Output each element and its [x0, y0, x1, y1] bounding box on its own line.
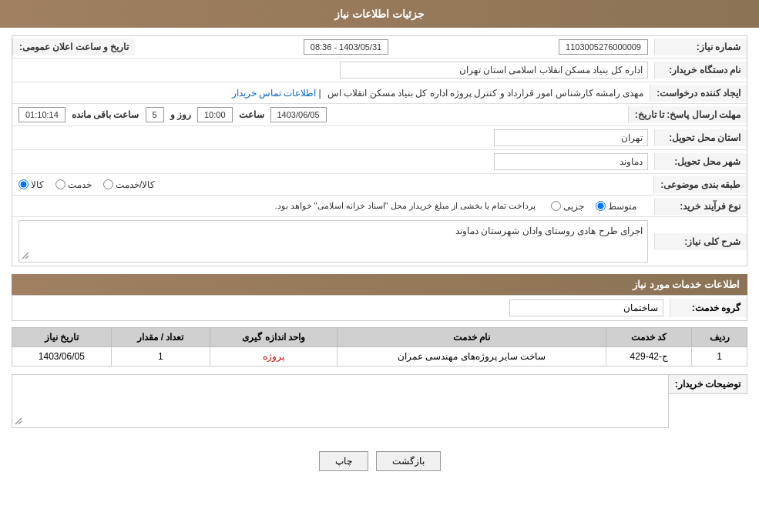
deadline-remaining-label: ساعت باقی مانده	[72, 109, 139, 120]
back-button[interactable]: بازگشت	[376, 451, 441, 471]
deadline-days-label: روز و	[170, 109, 191, 120]
city-value: دماوند	[12, 150, 654, 173]
category-option-kala-khedmat[interactable]: کالا/خدمت	[103, 179, 155, 190]
cell-row-num: 1	[692, 347, 747, 366]
creator-row: ایجاد کننده درخواست: مهدی رامشه کارشناس …	[12, 82, 747, 104]
cell-service-name: ساخت سایر پروژه‌های مهندسی عمران	[337, 347, 606, 366]
cell-unit: پروژه	[210, 347, 338, 366]
category-option-khedmat[interactable]: خدمت	[55, 179, 92, 190]
purchase-type-label: نوع فرآیند خرید:	[654, 198, 747, 215]
group-row: گروه خدمت: ساختمان	[12, 295, 747, 321]
main-info-section: شماره نیاز: 1103005276000009 1403/05/31 …	[12, 35, 747, 266]
deadline-remaining-badge: 01:10:14	[18, 107, 65, 122]
province-row: استان محل تحویل: تهران	[12, 126, 747, 150]
buyer-notes-section: توضیحات خریدار:	[12, 374, 747, 428]
need-number-label: شماره نیاز:	[654, 38, 747, 55]
purchase-type-row: نوع فرآیند خرید: پرداخت تمام یا بخشی از …	[12, 196, 747, 217]
creator-contact-link[interactable]: اطلاعات تماس خریدار	[232, 88, 317, 99]
print-button[interactable]: چاپ	[319, 451, 368, 471]
category-option-kala[interactable]: کالا	[18, 179, 44, 190]
creator-label: ایجاد کننده درخواست:	[650, 85, 747, 102]
need-desc-label: شرح کلی نیاز:	[654, 233, 747, 250]
city-text: دماوند	[494, 153, 648, 170]
group-value: ساختمان	[12, 296, 670, 320]
deadline-label: مهلت ارسال پاسخ: تا تاریخ:	[628, 106, 747, 123]
purchase-type-value: پرداخت تمام یا بخشی از مبلغ خریدار محل "…	[12, 198, 654, 215]
need-number-row: شماره نیاز: 1103005276000009 1403/05/31 …	[12, 36, 747, 59]
category-label-khedmat: خدمت	[68, 179, 92, 190]
category-value: کالا/خدمت خدمت کالا	[12, 176, 653, 193]
purchase-type-label-motavasset: متوسط	[608, 201, 636, 212]
buyer-org-text: اداره کل بنیاد مسکن انقلاب اسلامی استان …	[340, 62, 648, 79]
col-header-unit: واحد اندازه گیری	[210, 328, 338, 347]
need-number-badge: 1103005276000009	[559, 39, 648, 55]
buyer-notes-box	[12, 374, 669, 428]
services-section: اطلاعات خدمات مورد نیاز گروه خدمت: ساختم…	[12, 274, 747, 366]
buyer-notes-resize-icon	[14, 417, 23, 426]
cell-date: 1403/06/05	[12, 347, 112, 366]
bottom-buttons: بازگشت چاپ	[12, 440, 747, 483]
category-radio-khedmat[interactable]	[55, 179, 65, 189]
group-value-text: ساختمان	[509, 299, 663, 316]
purchase-type-radio-motavasset[interactable]	[596, 201, 606, 211]
buyer-org-value: اداره کل بنیاد مسکن انقلاب اسلامی استان …	[12, 59, 654, 82]
table-row: 1 ج-42-429 ساخت سایر پروژه‌های مهندسی عم…	[12, 347, 747, 366]
services-header: اطلاعات خدمات مورد نیاز	[12, 274, 747, 295]
province-label: استان محل تحویل:	[654, 129, 747, 146]
creator-value: مهدی رامشه کارشناس امور قرارداد و کنترل …	[12, 85, 650, 102]
buyer-notes-label: توضیحات خریدار:	[669, 374, 747, 394]
category-radio-kala[interactable]	[18, 179, 29, 189]
deadline-time-badge: 10:00	[197, 107, 233, 122]
announce-date-value: 1403/05/31 - 08:36	[135, 36, 395, 58]
services-table: ردیف کد خدمت نام خدمت واحد اندازه گیری ت…	[12, 327, 747, 366]
need-number-value: 1103005276000009	[395, 36, 654, 58]
deadline-days-badge: 5	[146, 107, 164, 122]
buyer-org-label: نام دستگاه خریدار:	[654, 62, 747, 79]
col-header-quantity: تعداد / مقدار	[111, 328, 210, 347]
need-desc-text: اجرای طرح هادی روستای وادان شهرستان دماو…	[455, 226, 643, 236]
province-text: تهران	[494, 129, 648, 146]
col-header-row-num: ردیف	[692, 328, 747, 347]
category-row: طبقه بندی موضوعی: کالا/خدمت خدمت کالا	[12, 174, 747, 196]
category-label: طبقه بندی موضوعی:	[653, 176, 747, 193]
category-radio-kala-khedmat[interactable]	[103, 179, 113, 189]
purchase-type-option-motavasset[interactable]: متوسط	[596, 201, 636, 212]
col-header-service-name: نام خدمت	[337, 328, 606, 347]
buyer-org-row: نام دستگاه خریدار: اداره کل بنیاد مسکن ا…	[12, 59, 747, 82]
page-title: جزئیات اطلاعات نیاز	[334, 8, 425, 20]
table-header-row: ردیف کد خدمت نام خدمت واحد اندازه گیری ت…	[12, 328, 747, 347]
page-header: جزئیات اطلاعات نیاز	[0, 0, 759, 28]
purchase-type-option-jozi[interactable]: جزیی	[551, 201, 584, 212]
col-header-service-code: کد خدمت	[606, 328, 692, 347]
need-desc-value: اجرای طرح هادی روستای وادان شهرستان دماو…	[12, 217, 654, 266]
purchase-type-radio-jozi[interactable]	[551, 201, 561, 211]
province-value: تهران	[12, 126, 654, 149]
category-label-kala: کالا	[31, 179, 44, 190]
creator-text: مهدی رامشه کارشناس امور قرارداد و کنترل …	[327, 88, 643, 99]
deadline-row: مهلت ارسال پاسخ: تا تاریخ: 1403/06/05 سا…	[12, 104, 747, 126]
city-row: شهر محل تحویل: دماوند	[12, 150, 747, 174]
deadline-time-label: ساعت	[239, 109, 264, 120]
announce-date-label: تاریخ و ساعت اعلان عمومی:	[12, 38, 135, 55]
group-label: گروه خدمت:	[670, 299, 747, 317]
announce-date-badge: 1403/05/31 - 08:36	[304, 39, 388, 55]
col-header-date: تاریخ نیاز	[12, 328, 112, 347]
cell-service-code: ج-42-429	[606, 347, 692, 366]
category-radio-group: کالا/خدمت خدمت کالا	[18, 179, 647, 190]
category-label-kala-khedmat: کالا/خدمت	[116, 179, 155, 190]
cell-quantity: 1	[111, 347, 210, 366]
resize-icon	[21, 251, 30, 260]
purchase-type-note: پرداخت تمام یا بخشی از مبلغ خریدار محل "…	[18, 201, 536, 211]
purchase-type-label-jozi: جزیی	[563, 201, 584, 212]
city-label: شهر محل تحویل:	[654, 153, 747, 170]
deadline-date-badge: 1403/06/05	[270, 107, 327, 122]
deadline-values: 1403/06/05 ساعت 10:00 روز و 5 ساعت باقی …	[12, 104, 628, 125]
need-desc-box: اجرای طرح هادی روستای وادان شهرستان دماو…	[18, 220, 648, 263]
need-desc-row: شرح کلی نیاز: اجرای طرح هادی روستای وادا…	[12, 217, 747, 266]
